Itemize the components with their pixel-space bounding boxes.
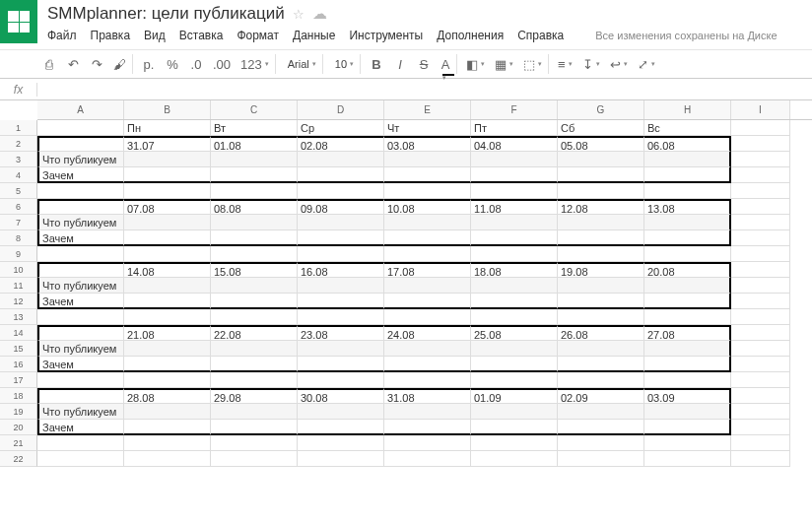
sheets-logo[interactable] [0,0,37,43]
cell[interactable] [731,262,790,278]
cell[interactable] [384,294,471,309]
cell[interactable]: Что публикуем [37,278,124,294]
cell[interactable] [211,152,298,167]
cell[interactable] [384,230,471,246]
cell[interactable] [558,246,644,262]
cell[interactable] [644,294,731,309]
cell[interactable] [37,136,124,152]
cell[interactable] [644,309,731,325]
cell[interactable]: 22.08 [211,325,298,341]
cell[interactable] [37,325,124,341]
cell[interactable] [384,435,471,451]
print-icon[interactable]: ⎙ [39,54,59,74]
cell[interactable] [644,215,731,230]
cell[interactable] [124,167,211,183]
cell[interactable] [558,357,644,372]
row-header[interactable]: 1 [0,120,37,136]
row-header[interactable]: 14 [0,325,37,341]
doc-title[interactable]: SMMplanner: цели публикаций [47,4,285,24]
row-header[interactable]: 20 [0,420,37,435]
cell[interactable] [384,167,471,183]
cell[interactable]: 23.08 [298,325,384,341]
strike-button[interactable]: S [414,54,434,74]
cell[interactable] [558,230,644,246]
cell[interactable] [37,435,124,451]
cell[interactable] [471,309,558,325]
cell[interactable] [298,341,384,357]
cell[interactable] [211,404,298,420]
cell[interactable] [731,246,790,262]
row-header[interactable]: 12 [0,294,37,309]
cell[interactable] [731,183,790,199]
cell[interactable]: Ср [298,120,384,136]
percent-button[interactable]: % [163,54,182,74]
cell[interactable] [471,215,558,230]
cell[interactable] [124,246,211,262]
col-header[interactable]: D [298,100,384,119]
cell[interactable] [558,451,644,467]
row-header[interactable]: 17 [0,372,37,388]
row-header[interactable]: 15 [0,341,37,357]
cell[interactable] [731,420,790,435]
menu-help[interactable]: Справка [517,29,564,42]
cell[interactable] [211,246,298,262]
cell[interactable] [298,420,384,435]
rotation-icon[interactable]: ⤢ [635,54,658,74]
cell[interactable] [384,341,471,357]
cell[interactable]: Что публикуем [37,152,124,167]
cell[interactable]: 31.07 [124,136,211,152]
cell[interactable] [384,183,471,199]
cell[interactable] [384,309,471,325]
cell[interactable] [37,388,124,404]
cell[interactable] [298,294,384,309]
cell[interactable] [298,435,384,451]
increase-decimal[interactable]: .00 [210,54,234,74]
menu-addons[interactable]: Дополнения [437,29,504,42]
cell[interactable] [558,435,644,451]
cell[interactable] [384,451,471,467]
cell[interactable]: 08.08 [211,199,298,215]
col-header[interactable]: G [558,100,644,119]
cell[interactable] [37,120,124,136]
cell[interactable]: Вт [211,120,298,136]
cell[interactable] [558,372,644,388]
cell[interactable]: 12.08 [558,199,644,215]
cell[interactable] [211,294,298,309]
cell[interactable]: 03.09 [644,388,731,404]
cell[interactable]: 21.08 [124,325,211,341]
cell[interactable] [644,435,731,451]
cell[interactable] [731,309,790,325]
cell[interactable] [471,183,558,199]
row-header[interactable]: 2 [0,136,37,152]
col-header[interactable]: A [37,100,124,119]
cell[interactable] [644,372,731,388]
cell[interactable] [298,152,384,167]
cell[interactable]: 31.08 [384,388,471,404]
cell[interactable] [731,451,790,467]
cell[interactable]: Зачем [37,167,124,183]
cell[interactable]: Вс [644,120,731,136]
cell[interactable] [731,341,790,357]
cell[interactable] [558,309,644,325]
paint-format-icon[interactable]: 🖌 [110,54,133,74]
cell[interactable] [298,246,384,262]
cloud-icon[interactable]: ☁ [312,5,327,23]
row-header[interactable]: 4 [0,167,37,183]
cell[interactable] [644,451,731,467]
cell[interactable] [644,246,731,262]
cell[interactable] [37,262,124,278]
cell[interactable] [298,404,384,420]
cell[interactable]: Зачем [37,420,124,435]
text-color[interactable]: A [438,54,457,74]
cell[interactable] [731,325,790,341]
cell[interactable] [37,309,124,325]
cell[interactable] [37,451,124,467]
cell[interactable]: 17.08 [384,262,471,278]
menu-insert[interactable]: Вставка [179,29,224,42]
cell[interactable]: 11.08 [471,199,558,215]
cell[interactable] [644,404,731,420]
cell[interactable]: Зачем [37,230,124,246]
cell[interactable] [384,404,471,420]
cell[interactable] [731,294,790,309]
col-header[interactable]: F [471,100,558,119]
